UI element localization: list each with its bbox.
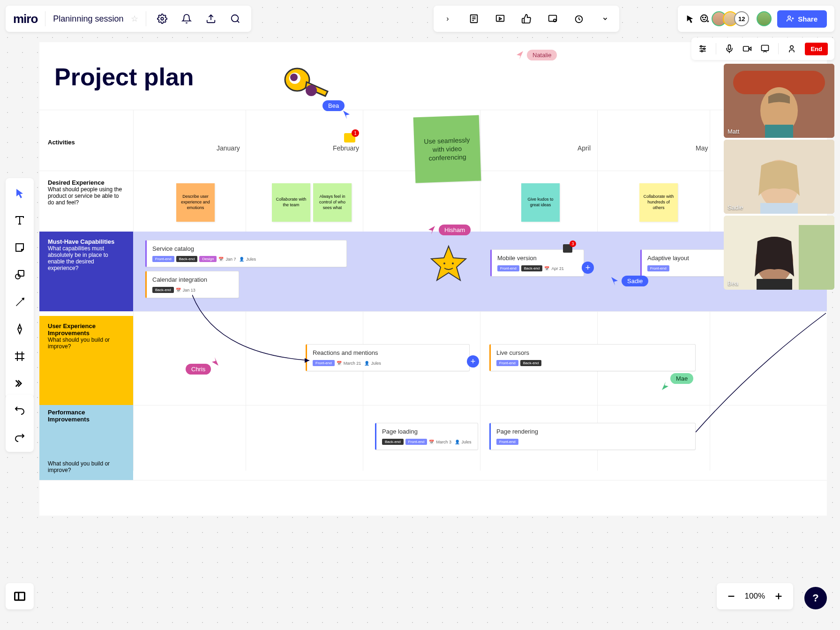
- board-canvas[interactable]: Project plan Must-Have CapabilitiesWhat …: [39, 42, 827, 516]
- more-tools[interactable]: [10, 374, 29, 393]
- svg-marker-9: [428, 226, 435, 234]
- month-apr: April: [578, 144, 591, 152]
- video-tile-bea[interactable]: Bea: [724, 216, 834, 290]
- card-calendar[interactable]: Calendar integration Back-end📅 Jan 13: [145, 271, 239, 298]
- cursor-sadie: Sadie: [611, 276, 648, 286]
- svg-point-40: [704, 48, 705, 49]
- svg-point-41: [701, 50, 703, 52]
- row-musthave-title: Must-Have Capabilities: [48, 238, 125, 245]
- undo-button[interactable]: [10, 400, 29, 419]
- board-name[interactable]: Planinning session: [53, 14, 123, 24]
- zoom-value[interactable]: 100%: [745, 592, 765, 601]
- row-desired-sub: What should people using the product or …: [48, 186, 122, 206]
- self-avatar[interactable]: [757, 11, 772, 26]
- shape-tool[interactable]: [10, 265, 29, 284]
- svg-point-2: [290, 74, 298, 81]
- topbar-collab: 12 Share: [678, 6, 834, 32]
- telescope-sticker: [278, 63, 335, 105]
- svg-point-6: [452, 262, 454, 264]
- avatar-group[interactable]: 12: [715, 11, 749, 26]
- svg-point-24: [554, 19, 556, 22]
- card-pagerender[interactable]: Page rendering Front-end: [489, 423, 696, 450]
- bell-icon[interactable]: [178, 10, 195, 27]
- call-settings-icon[interactable]: [698, 44, 707, 53]
- reactions-icon[interactable]: [699, 14, 710, 24]
- svg-marker-11: [212, 357, 218, 366]
- screenshare-icon[interactable]: [760, 44, 770, 53]
- topbar-apps: ›: [434, 6, 619, 32]
- sticky-big-green[interactable]: Use seamlessly with video conferencing: [413, 115, 481, 183]
- miro-logo[interactable]: miro: [13, 12, 38, 26]
- video-tile-matt[interactable]: Matt: [724, 64, 834, 138]
- row-ux-sub: What should you build or improve?: [48, 337, 110, 350]
- hide-cursors-icon[interactable]: [685, 14, 696, 24]
- timer-icon[interactable]: [570, 10, 587, 27]
- cursor-hisham: Hisham: [428, 225, 471, 235]
- video-tile-sadie[interactable]: Sadie: [724, 140, 834, 214]
- svg-point-15: [232, 15, 239, 22]
- cursor-natalie: Natalie: [517, 50, 557, 60]
- svg-line-16: [238, 21, 240, 22]
- sticky-green1[interactable]: Collaborate with the team: [272, 183, 310, 222]
- row-ux-title: User Experience Improvements: [48, 322, 125, 337]
- more-apps-icon[interactable]: [597, 10, 614, 27]
- svg-point-47: [790, 45, 794, 49]
- comment-mode-icon[interactable]: [544, 10, 561, 27]
- settings-icon[interactable]: [154, 10, 171, 27]
- undo-panel: [6, 395, 34, 452]
- card-pageload[interactable]: Page loading Back-endFront-end📅 March 3 …: [375, 423, 478, 450]
- text-tool[interactable]: [10, 211, 29, 230]
- export-icon[interactable]: [202, 10, 219, 27]
- frame-tool[interactable]: [10, 347, 29, 366]
- svg-rect-44: [743, 46, 749, 51]
- add-card-button[interactable]: +: [582, 262, 594, 274]
- card-livecursors[interactable]: Live cursors Front-endBack-end: [489, 344, 696, 371]
- sticky-orange[interactable]: Describe user experience and emotions: [176, 183, 215, 222]
- add-card-button-2[interactable]: +: [467, 355, 479, 368]
- card-mobile[interactable]: Mobile version Front-endBack-end📅 Apr 21…: [490, 249, 584, 277]
- arrow-tool[interactable]: [10, 292, 29, 311]
- month-may: May: [696, 144, 708, 152]
- camera-icon[interactable]: [742, 44, 752, 53]
- svg-rect-61: [18, 270, 24, 276]
- svg-marker-8: [517, 51, 523, 60]
- expand-icon[interactable]: ›: [439, 10, 456, 27]
- call-controls: End: [691, 38, 834, 60]
- svg-rect-58: [757, 279, 792, 290]
- board-heading: Project plan: [54, 63, 194, 91]
- panel-toggle[interactable]: [6, 583, 34, 609]
- svg-rect-56: [799, 225, 834, 290]
- card-reactions[interactable]: Reactions and mentions Front-end📅 March …: [306, 344, 470, 371]
- share-button[interactable]: Share: [777, 10, 827, 28]
- month-jan: January: [217, 144, 240, 152]
- zoom-out[interactable]: [726, 591, 736, 601]
- end-call-button[interactable]: End: [805, 43, 828, 55]
- notes-icon[interactable]: [465, 10, 482, 27]
- sticky-yellow[interactable]: Collaborate with hundreds of others: [639, 183, 678, 222]
- participants-icon[interactable]: [787, 44, 796, 53]
- sticky-tool[interactable]: [10, 238, 29, 257]
- svg-point-13: [161, 17, 164, 20]
- svg-marker-22: [499, 17, 502, 20]
- sticky-cyan[interactable]: Give kudos to great ideas: [521, 183, 560, 222]
- card-service-catalog[interactable]: Service catalog Front-end Back-end Desig…: [145, 240, 347, 267]
- svg-line-27: [579, 19, 580, 20]
- select-tool[interactable]: [10, 184, 29, 202]
- mic-icon[interactable]: [725, 44, 734, 53]
- zoom-in[interactable]: [773, 591, 784, 601]
- vote-icon[interactable]: [518, 10, 535, 27]
- sticky-green2[interactable]: Always feel in control of who sees what: [313, 183, 352, 222]
- svg-rect-51: [765, 125, 793, 138]
- row-activities-title: Activities: [48, 139, 125, 146]
- svg-rect-46: [762, 45, 769, 51]
- redo-button[interactable]: [10, 428, 29, 446]
- star-icon[interactable]: ☆: [131, 14, 138, 24]
- zoom-controls: 100%: [717, 583, 793, 609]
- connector-line-2: [696, 312, 827, 434]
- help-button[interactable]: ?: [804, 587, 827, 609]
- comment-badge[interactable]: [344, 133, 355, 142]
- present-icon[interactable]: [492, 10, 509, 27]
- search-icon[interactable]: [227, 10, 244, 27]
- row-perf-sub: What should you build or improve?: [48, 460, 110, 473]
- pen-tool[interactable]: [10, 320, 29, 338]
